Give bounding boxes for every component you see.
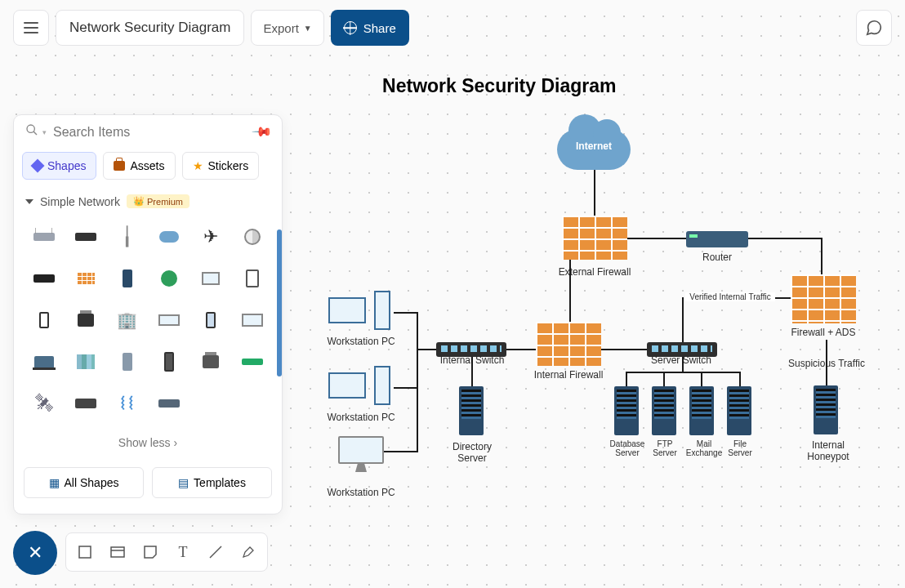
- globe-icon: [344, 21, 357, 34]
- label-external-firewall: External Firewall: [546, 266, 644, 278]
- laptop-icon[interactable]: [25, 343, 62, 380]
- svg-line-1: [33, 131, 37, 135]
- cloud-icon[interactable]: [150, 218, 187, 255]
- node-firewall-ads[interactable]: [791, 274, 856, 323]
- node-internal-firewall[interactable]: [536, 322, 601, 366]
- tab-shapes[interactable]: Shapes: [22, 152, 96, 180]
- svg-point-0: [27, 125, 34, 132]
- edge-ws3-h: [384, 451, 417, 452]
- tab-assets[interactable]: Assets: [103, 152, 175, 180]
- firewall-icon[interactable]: [67, 260, 104, 296]
- node-db-server[interactable]: [614, 386, 639, 435]
- node-workstation-3[interactable]: [338, 436, 384, 472]
- edge-ads-honeypot: [826, 340, 827, 385]
- smartphone-icon[interactable]: [25, 301, 62, 338]
- search-input[interactable]: [53, 125, 247, 140]
- node-ftp-server[interactable]: [652, 386, 676, 435]
- pin-icon[interactable]: 📌: [251, 121, 274, 144]
- network-hub-icon[interactable]: [150, 385, 187, 421]
- grid-icon: ▦: [49, 476, 60, 489]
- node-workstation-1[interactable]: [328, 291, 394, 333]
- hamburger-icon: [24, 22, 38, 33]
- edge-bus-file: [739, 372, 741, 386]
- node-external-firewall[interactable]: [562, 216, 627, 260]
- node-workstation-2[interactable]: [328, 366, 394, 408]
- diagram-title: Network Security Diagram: [382, 75, 616, 97]
- wifi-signal-icon[interactable]: ⧙⧙: [109, 385, 145, 421]
- jet-icon[interactable]: ✈: [192, 218, 229, 255]
- panel-scrollbar[interactable]: [277, 229, 282, 376]
- node-honeypot[interactable]: [814, 385, 838, 434]
- template-icon: ▤: [178, 476, 189, 489]
- share-button[interactable]: Share: [331, 10, 409, 46]
- edge-switch-dir: [471, 357, 473, 386]
- server-tower-icon[interactable]: [109, 260, 145, 296]
- tab-stickers-label: Stickers: [208, 159, 249, 172]
- node-internet-cloud[interactable]: Internet: [557, 129, 631, 170]
- edge-intfw-srvswitch: [601, 349, 647, 350]
- show-less-button[interactable]: Show less: [14, 428, 282, 457]
- tv-icon[interactable]: [234, 301, 270, 338]
- antenna-tower-icon[interactable]: ╽: [109, 218, 145, 255]
- fax-icon[interactable]: [67, 301, 104, 338]
- phone-flat-icon[interactable]: [192, 301, 229, 338]
- export-button[interactable]: Export ▼: [251, 10, 323, 46]
- caret-down-icon: ▼: [304, 24, 312, 33]
- main-menu-button[interactable]: [13, 10, 49, 46]
- line-tool[interactable]: [202, 538, 230, 566]
- node-file-server[interactable]: [727, 386, 751, 435]
- drawing-toolbar: T: [65, 532, 268, 572]
- satellite-icon[interactable]: 🛰: [25, 385, 62, 421]
- chat-bubble-icon: [865, 19, 883, 37]
- edge-intswitch-intfw: [506, 349, 536, 350]
- node-mail-server[interactable]: [689, 386, 714, 435]
- all-shapes-label: All Shapes: [65, 476, 119, 489]
- edge-internet-extfw: [594, 170, 595, 216]
- globe-icon[interactable]: [150, 260, 187, 296]
- edge-ws1-h: [394, 312, 417, 314]
- rectangle-tool[interactable]: [71, 538, 99, 566]
- widescreen-icon[interactable]: [150, 301, 187, 338]
- document-title[interactable]: Network Security Diagram: [56, 10, 244, 46]
- tab-assets-label: Assets: [130, 159, 164, 172]
- printer-icon[interactable]: [192, 343, 229, 380]
- label-ws1: Workstation PC: [312, 336, 410, 347]
- text-tool[interactable]: T: [169, 538, 197, 566]
- share-label: Share: [363, 21, 396, 35]
- templates-label: Templates: [194, 476, 246, 489]
- monitor-icon[interactable]: [192, 260, 229, 296]
- satellite-dish-icon[interactable]: [234, 218, 270, 255]
- templates-button[interactable]: ▤Templates: [152, 467, 272, 498]
- comments-button[interactable]: [856, 10, 892, 46]
- close-fab-button[interactable]: ✕: [13, 531, 57, 575]
- svg-rect-2: [79, 546, 91, 558]
- close-icon: ✕: [28, 542, 42, 564]
- wifi-router-icon[interactable]: ||: [25, 218, 62, 255]
- frame-tool[interactable]: [104, 538, 132, 566]
- server-rack-icon[interactable]: [109, 343, 145, 380]
- section-header[interactable]: Simple Network 👑Premium: [14, 186, 282, 215]
- edge-trunk-switch: [417, 349, 436, 350]
- chevron-down-icon: [25, 199, 33, 204]
- node-directory-server[interactable]: [459, 386, 484, 435]
- cityscape-icon[interactable]: [67, 343, 104, 380]
- tab-stickers[interactable]: ★Stickers: [182, 152, 260, 180]
- cordless-phone-icon[interactable]: [150, 343, 187, 380]
- tablet-icon[interactable]: [234, 260, 270, 296]
- pen-tool[interactable]: [234, 538, 262, 566]
- tab-shapes-label: Shapes: [47, 159, 86, 172]
- building-icon[interactable]: 🏢: [109, 301, 145, 338]
- edge-srv-bus: [626, 372, 740, 373]
- switch-bar-icon[interactable]: [25, 260, 62, 296]
- modem-icon[interactable]: [234, 343, 270, 380]
- search-icon[interactable]: [25, 123, 38, 140]
- label-directory: Directory Server: [423, 441, 521, 464]
- rack-switch-icon[interactable]: [67, 218, 104, 255]
- sticky-note-tool[interactable]: [136, 538, 164, 566]
- hard-drive-icon[interactable]: [67, 385, 104, 421]
- label-ws2: Workstation PC: [312, 412, 410, 423]
- label-honeypot: Internal Honeypot: [779, 439, 877, 462]
- search-row: 📌: [14, 115, 282, 145]
- all-shapes-button[interactable]: ▦All Shapes: [24, 467, 144, 498]
- node-router[interactable]: [686, 231, 748, 247]
